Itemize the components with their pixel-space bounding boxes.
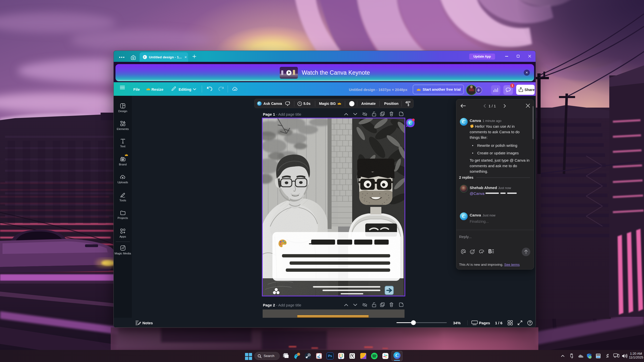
svg-text:C: C [409,121,412,125]
